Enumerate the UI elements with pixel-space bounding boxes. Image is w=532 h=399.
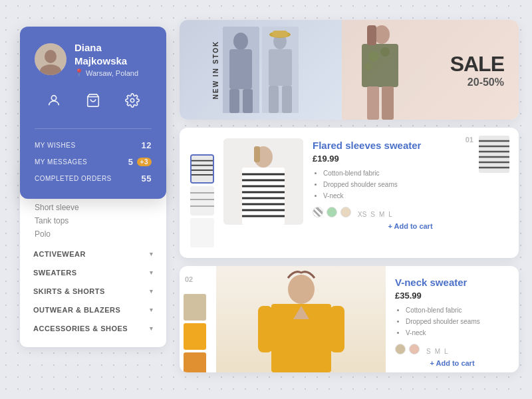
cart-icon[interactable]	[86, 93, 100, 111]
sidebar-item-tank-tops[interactable]: Tank tops	[35, 214, 153, 227]
swatch-peach[interactable]	[409, 344, 420, 354]
thumb-2-3[interactable]	[184, 352, 206, 372]
profile-info: Diana Majkowska 📍 Warsaw, Poland	[74, 41, 152, 77]
thumb-1-1[interactable]	[190, 154, 214, 184]
size-l[interactable]: L	[388, 211, 392, 218]
size-options-1: XS S M L	[358, 211, 392, 218]
sale-label: SALE	[450, 52, 504, 76]
swatch-beige[interactable]	[340, 207, 351, 217]
svg-rect-36	[190, 218, 214, 247]
svg-point-58	[288, 275, 315, 304]
swatch-stripe[interactable]	[313, 207, 323, 217]
size-s-2[interactable]: S	[426, 348, 431, 355]
messages-label: MY MESSAGES	[35, 158, 87, 166]
product-image-1	[223, 138, 303, 225]
size-m[interactable]: M	[379, 211, 384, 218]
banner: NEW IN STOK	[180, 20, 519, 120]
svg-rect-39	[254, 146, 260, 162]
sidebar-item-outwear[interactable]: OUTWEAR & BLAZERS ▾	[20, 301, 166, 319]
svg-point-23	[364, 63, 372, 70]
product-card-2: 02	[180, 266, 519, 372]
profile-header: Diana Majkowska 📍 Warsaw, Poland	[35, 41, 152, 77]
chevron-down-icon: ▾	[150, 307, 154, 313]
banner-sale: SALE 20-50%	[342, 20, 519, 120]
product-info-2: V-neck sweater £35.99 Cotton-blend fabri…	[386, 266, 519, 372]
swatch-gold[interactable]	[395, 344, 406, 354]
size-options-2: S M L	[426, 348, 448, 355]
sidebar-item-accessories[interactable]: ACCESSORIES & SHOES ▾	[20, 319, 166, 338]
add-to-cart-2[interactable]: Add to cart	[395, 359, 509, 367]
banner-new-in-stock: NEW IN STOK	[180, 20, 342, 120]
sidebar-item-skirts-shorts[interactable]: SKIRTS & SHORTS ▾	[20, 282, 166, 301]
svg-point-3	[52, 96, 57, 100]
add-to-cart-1[interactable]: Add to cart	[313, 222, 508, 230]
size-s[interactable]: S	[370, 211, 375, 218]
banner-figures	[223, 27, 299, 113]
chevron-down-icon: ▾	[150, 251, 154, 257]
svg-rect-17	[282, 86, 292, 113]
stat-orders: COMPLETED ORDERS 55	[35, 170, 152, 187]
svg-rect-9	[229, 89, 239, 113]
product-card-1: Flared sleeves sweater £19.99 Cotton-ble…	[180, 128, 519, 258]
chevron-down-icon: ▾	[150, 269, 154, 276]
svg-rect-8	[229, 49, 252, 89]
svg-point-21	[368, 51, 379, 62]
svg-rect-32	[190, 186, 214, 215]
card-right-area-1: 01	[466, 136, 509, 173]
product-features-2: Cotton-blend fabric Dropped shoulder sea…	[395, 305, 509, 338]
product-title-2: V-neck sweater	[395, 277, 509, 288]
location-icon: 📍	[74, 68, 84, 77]
pcard-left-2: 02	[180, 266, 216, 372]
banner-figure-2	[262, 27, 299, 113]
profile-icons-row	[35, 89, 152, 115]
product-num-2: 02	[185, 275, 193, 283]
product-index-label-1: 01	[466, 136, 473, 144]
swatch-mint[interactable]	[327, 207, 337, 217]
chevron-down-icon: ▾	[150, 288, 154, 295]
new-in-stock-text: NEW IN STOK	[212, 41, 219, 99]
settings-icon[interactable]	[125, 93, 140, 111]
messages-badge: +3	[137, 158, 152, 166]
svg-point-7	[233, 33, 248, 50]
size-l-2[interactable]: L	[444, 348, 448, 355]
orders-label: COMPLETED ORDERS	[35, 175, 112, 182]
right-thumb-1[interactable]	[479, 136, 509, 173]
swatches-row-2: S M L	[395, 344, 509, 359]
main-content: NEW IN STOK	[180, 20, 519, 386]
product-price-2: £35.99	[395, 291, 509, 301]
sale-text: SALE 20-50%	[450, 52, 504, 88]
user-icon[interactable]	[47, 93, 61, 111]
chevron-down-icon: ▾	[150, 325, 154, 332]
sale-percent: 20-50%	[450, 76, 504, 88]
orders-value: 55	[142, 174, 152, 184]
size-xs[interactable]: XS	[358, 211, 366, 218]
sidebar-item-short-sleeve[interactable]: Short sleeve	[35, 201, 153, 214]
thumb-1-2[interactable]	[190, 186, 214, 215]
svg-rect-25	[382, 86, 394, 120]
svg-point-5	[130, 98, 134, 102]
sidebar-item-activewear[interactable]: ACTIVEWEAR ▾	[20, 245, 166, 263]
avatar	[35, 43, 66, 75]
thumb-1-3[interactable]	[190, 218, 214, 247]
svg-rect-27	[192, 156, 213, 182]
swatches-row-1: XS S M L	[313, 207, 508, 222]
svg-rect-16	[269, 86, 279, 113]
thumb-column-1	[190, 152, 214, 247]
banner-figure-1	[223, 27, 259, 113]
sidebar-item-sweaters[interactable]: SWEATERS ▾	[20, 263, 166, 282]
stat-wishes: MY WISHES 12	[35, 137, 152, 154]
product-image-2	[216, 266, 386, 372]
wishes-value: 12	[142, 140, 152, 150]
wishes-label: MY WISHES	[35, 142, 76, 149]
svg-rect-62	[330, 306, 344, 352]
profile-name: Diana Majkowska	[74, 41, 152, 67]
messages-value: 5 +3	[128, 157, 152, 167]
svg-rect-24	[367, 86, 379, 120]
right-thumb-col	[479, 136, 509, 173]
thumb-2-2[interactable]	[184, 323, 206, 350]
size-m-2[interactable]: M	[435, 348, 440, 355]
svg-rect-10	[243, 89, 253, 113]
thumb-2-1[interactable]	[184, 294, 206, 321]
sidebar-item-polo[interactable]: Polo	[35, 227, 153, 241]
profile-card: Diana Majkowska 📍 Warsaw, Poland	[20, 27, 166, 199]
